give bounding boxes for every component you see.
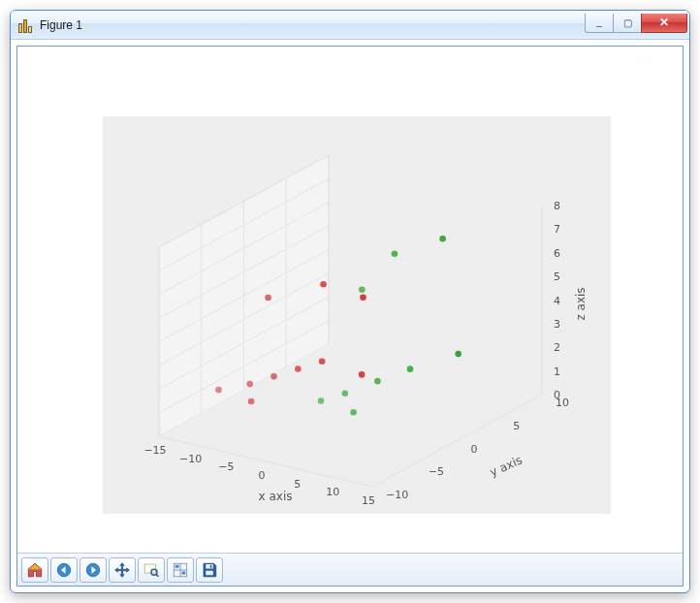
home-button[interactable] [21,557,48,583]
svg-point-55 [374,378,381,385]
svg-point-52 [350,409,357,416]
minimize-button[interactable]: – [585,14,614,33]
svg-text:3: 3 [554,318,560,331]
svg-point-57 [320,281,327,288]
svg-text:8: 8 [554,200,560,212]
svg-text:y axis: y axis [488,453,525,479]
app-icon [18,17,34,33]
svg-text:0: 0 [554,389,560,401]
svg-line-68 [156,574,158,576]
zoom-icon [143,561,160,579]
svg-point-60 [359,371,366,378]
svg-point-48 [248,398,255,405]
svg-line-16 [372,395,542,487]
svg-text:4: 4 [554,295,560,307]
svg-text:10: 10 [326,486,339,498]
maximize-button[interactable]: ▢ [613,14,642,33]
navigation-toolbar [17,553,683,586]
svg-text:x axis: x axis [259,490,293,503]
svg-point-54 [359,286,366,293]
pan-button[interactable] [109,557,136,583]
subplots-button[interactable] [167,557,194,583]
svg-rect-75 [206,570,213,575]
svg-point-49 [270,373,277,380]
svg-text:5: 5 [554,270,560,283]
svg-text:−15: −15 [143,444,166,457]
svg-rect-74 [206,564,213,569]
back-icon [55,561,73,579]
client-area: −15−10−5051015−10−50510012345678x axisy … [16,46,684,587]
svg-text:5: 5 [294,478,301,491]
figure-window: Figure 1 – ▢ ✕ −15−10−5051015−10−5051001… [10,10,690,593]
svg-point-58 [392,250,398,257]
svg-text:0: 0 [259,469,266,482]
forward-button[interactable] [80,557,107,583]
pan-icon [113,561,131,579]
save-icon [201,561,218,579]
close-button[interactable]: ✕ [641,14,687,33]
svg-text:−5: −5 [429,465,444,478]
svg-point-59 [407,365,414,372]
svg-text:5: 5 [513,420,520,432]
svg-text:−5: −5 [218,460,234,473]
svg-text:7: 7 [554,223,560,236]
forward-icon [84,561,102,579]
window-controls: – ▢ ✕ [586,14,687,33]
svg-point-56 [319,359,326,365]
svg-point-47 [318,397,325,404]
svg-rect-66 [144,564,155,573]
save-button[interactable] [196,557,223,583]
window-title: Figure 1 [40,18,82,32]
svg-point-46 [246,381,253,388]
back-button[interactable] [50,557,78,583]
svg-point-62 [439,236,446,242]
svg-text:15: 15 [362,494,375,507]
zoom-button[interactable] [138,557,165,583]
svg-text:1: 1 [554,365,560,378]
svg-point-51 [265,295,271,302]
svg-point-53 [295,365,302,372]
svg-rect-73 [182,571,186,574]
svg-rect-76 [210,564,212,567]
svg-text:2: 2 [554,341,560,354]
svg-point-61 [360,295,366,302]
svg-text:6: 6 [554,247,560,260]
plot-canvas[interactable]: −15−10−5051015−10−50510012345678x axisy … [17,47,683,553]
axes-3d[interactable]: −15−10−5051015−10−50510012345678x axisy … [103,116,611,514]
svg-rect-72 [175,564,179,567]
home-icon [26,561,44,579]
svg-point-50 [342,390,349,397]
svg-text:−10: −10 [179,453,202,465]
svg-point-45 [215,387,222,394]
svg-text:0: 0 [471,443,478,456]
svg-text:−10: −10 [386,489,408,501]
svg-text:z axis: z axis [574,287,588,320]
subplots-icon [172,561,189,579]
svg-point-63 [455,351,461,358]
titlebar[interactable]: Figure 1 – ▢ ✕ [11,11,689,40]
